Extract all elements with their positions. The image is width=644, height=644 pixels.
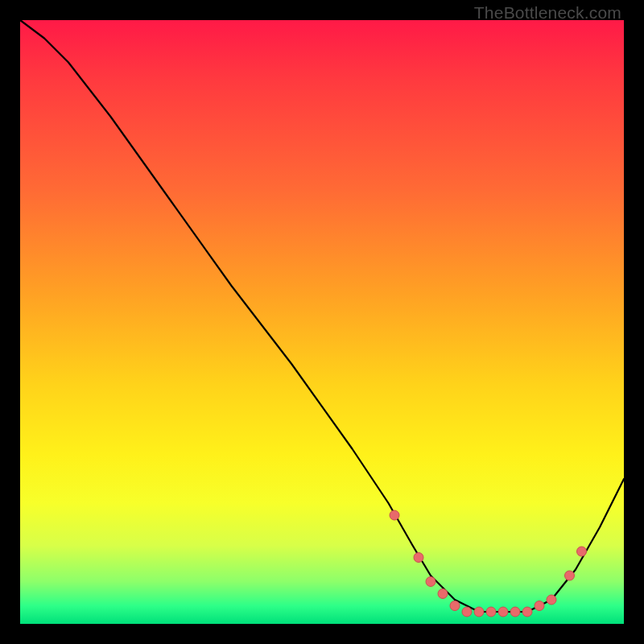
curve-marker <box>522 607 532 617</box>
curve-marker <box>438 589 448 599</box>
bottleneck-curve <box>20 20 624 612</box>
curve-marker <box>450 601 460 611</box>
curve-marker <box>474 607 484 617</box>
curve-marker <box>486 607 496 617</box>
curve-marker <box>462 607 472 617</box>
curve-marker <box>414 553 423 563</box>
curve-marker <box>535 601 544 611</box>
plot-area <box>20 20 624 624</box>
curve-marker <box>498 607 508 617</box>
curve-marker <box>426 577 436 587</box>
chart-frame: TheBottleneck.com <box>0 0 644 644</box>
curve-layer <box>20 20 624 624</box>
curve-marker <box>510 607 520 617</box>
curve-marker <box>390 510 399 520</box>
curve-marker <box>547 595 556 605</box>
curve-markers <box>390 510 587 617</box>
curve-marker <box>577 547 587 556</box>
curve-marker <box>565 571 575 580</box>
